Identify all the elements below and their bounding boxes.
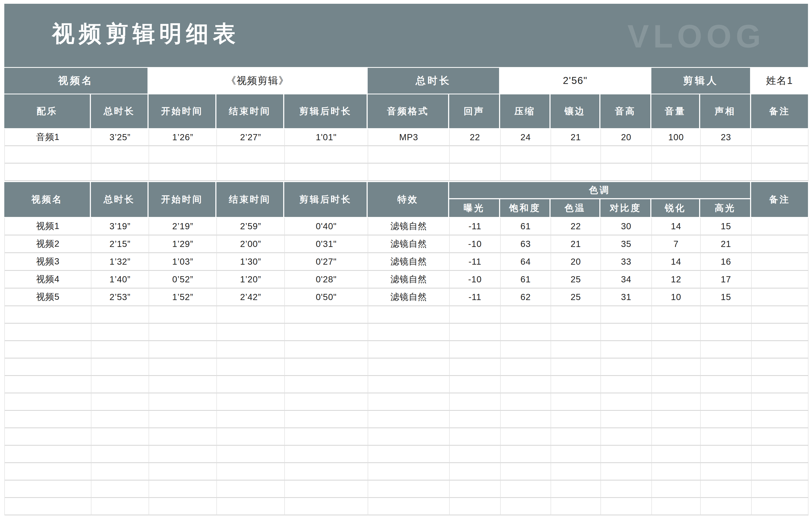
table-cell[interactable]: 16 <box>701 253 752 271</box>
table-cell[interactable] <box>368 164 450 181</box>
table-cell[interactable] <box>701 481 752 498</box>
table-cell[interactable] <box>752 498 809 515</box>
table-cell[interactable] <box>701 306 752 324</box>
table-cell[interactable] <box>217 164 285 181</box>
table-cell[interactable]: 2’15” <box>91 235 149 253</box>
table-cell[interactable] <box>551 358 601 376</box>
video-name-value-cell[interactable]: 《视频剪辑》 <box>149 68 368 93</box>
table-cell[interactable] <box>149 446 217 463</box>
table-cell[interactable] <box>652 146 701 164</box>
table-cell[interactable] <box>450 324 501 341</box>
table-cell[interactable] <box>652 446 701 463</box>
table-cell[interactable] <box>368 324 450 341</box>
table-cell[interactable]: 滤镜自然 <box>368 253 450 271</box>
table-cell[interactable] <box>551 446 601 463</box>
table-cell[interactable] <box>368 481 450 498</box>
table-cell[interactable] <box>91 306 149 324</box>
table-cell[interactable] <box>652 341 701 358</box>
table-cell[interactable] <box>752 253 809 271</box>
table-cell[interactable] <box>652 393 701 411</box>
table-cell[interactable] <box>91 428 149 446</box>
table-cell[interactable] <box>652 428 701 446</box>
table-cell[interactable]: 视频5 <box>5 289 91 306</box>
table-cell[interactable]: 20 <box>601 129 652 146</box>
table-cell[interactable] <box>652 411 701 428</box>
table-cell[interactable]: 35 <box>601 235 652 253</box>
table-cell[interactable] <box>450 164 501 181</box>
table-cell[interactable] <box>368 306 450 324</box>
table-cell[interactable]: 1'01" <box>285 129 368 146</box>
table-cell[interactable]: 22 <box>551 218 601 235</box>
table-cell[interactable]: 音频1 <box>5 129 91 146</box>
table-cell[interactable] <box>5 428 91 446</box>
table-cell[interactable] <box>601 411 652 428</box>
table-cell[interactable] <box>551 393 601 411</box>
table-cell[interactable] <box>5 393 91 411</box>
table-cell[interactable] <box>752 393 809 411</box>
table-cell[interactable] <box>217 498 285 515</box>
table-cell[interactable]: MP3 <box>368 129 450 146</box>
table-cell[interactable] <box>217 376 285 393</box>
table-cell[interactable] <box>91 164 149 181</box>
table-cell[interactable] <box>652 306 701 324</box>
table-cell[interactable] <box>652 498 701 515</box>
table-cell[interactable] <box>285 411 368 428</box>
table-cell[interactable] <box>601 376 652 393</box>
table-cell[interactable]: -11 <box>450 289 501 306</box>
table-cell[interactable] <box>752 463 809 481</box>
table-cell[interactable]: 34 <box>601 271 652 289</box>
table-cell[interactable] <box>368 393 450 411</box>
table-cell[interactable]: 1’26” <box>149 129 217 146</box>
table-cell[interactable] <box>701 411 752 428</box>
table-cell[interactable] <box>752 376 809 393</box>
table-cell[interactable] <box>551 498 601 515</box>
table-cell[interactable] <box>752 341 809 358</box>
table-cell[interactable] <box>701 358 752 376</box>
table-cell[interactable] <box>450 306 501 324</box>
table-cell[interactable] <box>5 341 91 358</box>
table-cell[interactable] <box>217 428 285 446</box>
table-cell[interactable]: 2’27” <box>217 129 285 146</box>
table-cell[interactable] <box>501 324 551 341</box>
table-cell[interactable] <box>501 446 551 463</box>
table-cell[interactable] <box>368 358 450 376</box>
table-cell[interactable] <box>450 498 501 515</box>
table-cell[interactable] <box>601 498 652 515</box>
table-cell[interactable] <box>217 446 285 463</box>
table-cell[interactable]: 1’20” <box>217 271 285 289</box>
table-cell[interactable] <box>149 324 217 341</box>
table-cell[interactable] <box>652 376 701 393</box>
table-cell[interactable] <box>601 146 652 164</box>
table-cell[interactable] <box>501 358 551 376</box>
table-cell[interactable]: 1’29” <box>149 235 217 253</box>
table-cell[interactable] <box>450 463 501 481</box>
table-cell[interactable] <box>5 324 91 341</box>
table-cell[interactable] <box>217 358 285 376</box>
table-cell[interactable]: 滤镜自然 <box>368 235 450 253</box>
table-cell[interactable]: 31 <box>601 289 652 306</box>
table-cell[interactable] <box>368 498 450 515</box>
table-cell[interactable]: 7 <box>652 235 701 253</box>
table-cell[interactable]: 视频3 <box>5 253 91 271</box>
table-cell[interactable] <box>149 393 217 411</box>
table-cell[interactable] <box>601 358 652 376</box>
table-cell[interactable] <box>5 498 91 515</box>
table-cell[interactable] <box>501 306 551 324</box>
table-cell[interactable] <box>501 341 551 358</box>
table-cell[interactable] <box>701 463 752 481</box>
table-cell[interactable]: 25 <box>551 271 601 289</box>
table-cell[interactable]: 2’53” <box>91 289 149 306</box>
table-cell[interactable]: 21 <box>551 235 601 253</box>
table-cell[interactable]: 20 <box>551 253 601 271</box>
table-cell[interactable] <box>701 146 752 164</box>
table-cell[interactable]: 17 <box>701 271 752 289</box>
table-cell[interactable] <box>501 146 551 164</box>
table-cell[interactable]: 61 <box>501 218 551 235</box>
table-cell[interactable] <box>501 376 551 393</box>
table-cell[interactable] <box>752 235 809 253</box>
table-cell[interactable]: -11 <box>450 253 501 271</box>
table-cell[interactable] <box>701 164 752 181</box>
table-cell[interactable] <box>450 428 501 446</box>
table-cell[interactable] <box>551 463 601 481</box>
table-cell[interactable] <box>501 498 551 515</box>
